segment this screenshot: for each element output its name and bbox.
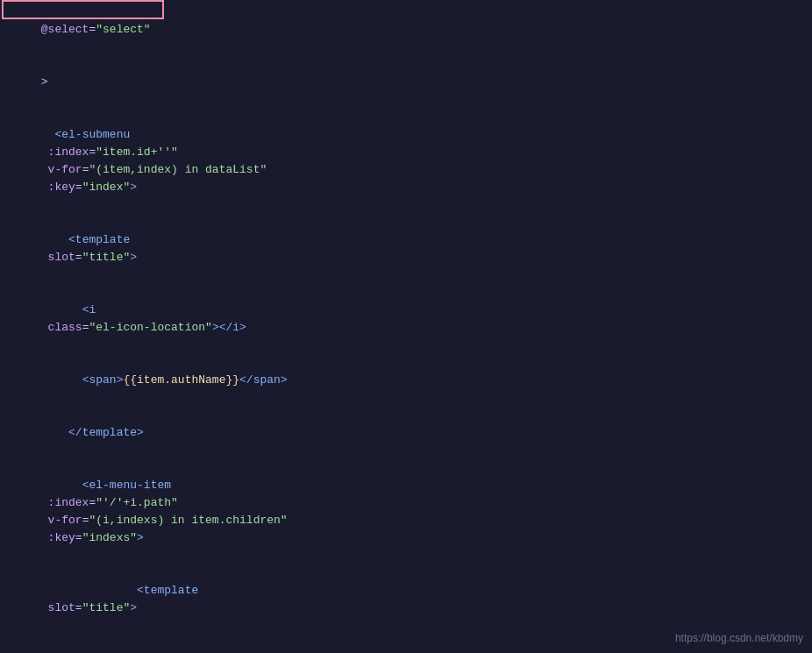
code-line-4: <template slot="title"> bbox=[0, 214, 812, 284]
code-line-5: <i class="el-icon-location"></i> bbox=[0, 284, 812, 354]
code-line-3: <el-submenu :index="item.id+''" v-for="(… bbox=[0, 109, 812, 214]
code-editor: @select="select" > <el-submenu :index="i… bbox=[0, 0, 812, 653]
code-line-6: <span>{{item.authName}}</span> bbox=[0, 354, 812, 407]
watermark: https://blog.csdn.net/kbdmy bbox=[675, 632, 803, 644]
code-line-9: <template slot="title"> bbox=[0, 564, 812, 635]
code-line-8: <el-menu-item :index="'/'+i.path" v-for=… bbox=[0, 459, 812, 564]
code-line-2: > bbox=[0, 56, 812, 109]
code-line-7: </template> bbox=[0, 407, 812, 459]
code-line-1: @select="select" bbox=[0, 4, 812, 56]
